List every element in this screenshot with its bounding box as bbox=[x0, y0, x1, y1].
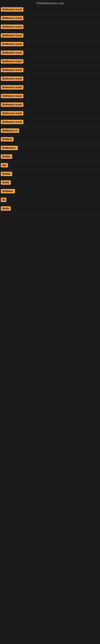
bottleneck-badge[interactable]: Bottleneck result bbox=[1, 50, 23, 55]
bottleneck-badge[interactable]: Bottleneck re bbox=[1, 128, 19, 133]
bottleneck-badge[interactable]: Bottleneck result bbox=[1, 24, 23, 29]
result-row: Bottlene bbox=[0, 136, 100, 144]
bottleneck-badge[interactable]: Bottleneck result bbox=[1, 16, 23, 20]
result-row: Bottleneck r bbox=[0, 144, 100, 153]
result-row: Bo bbox=[0, 196, 100, 205]
bottleneck-badge[interactable]: Bottleneck r bbox=[1, 146, 18, 150]
result-row: Bottleneck result bbox=[0, 58, 100, 66]
bottleneck-badge[interactable]: Bottleneck result bbox=[1, 102, 23, 107]
result-row: Bottleneck result bbox=[0, 92, 100, 101]
bottleneck-badge[interactable]: Bottleneck result bbox=[1, 33, 23, 38]
bottleneck-badge[interactable]: Bottleneck result bbox=[1, 94, 23, 98]
bottleneck-badge[interactable]: Bottleneck result bbox=[1, 120, 23, 124]
bottleneck-badge[interactable]: Bot bbox=[1, 163, 8, 168]
bottleneck-badge[interactable]: Bottleneck result bbox=[1, 7, 23, 12]
site-header: TheBottlenecker.com bbox=[0, 0, 100, 6]
result-row: Bottle bbox=[0, 179, 100, 187]
result-row: Bottleneck result bbox=[0, 49, 100, 58]
site-title: TheBottlenecker.com bbox=[36, 2, 64, 5]
bottleneck-badge[interactable]: Bottleneck result bbox=[1, 42, 23, 46]
result-row: Bot bbox=[0, 162, 100, 170]
result-row: Bottlen bbox=[0, 170, 100, 179]
result-row: Bottlen bbox=[0, 153, 100, 162]
result-row: Bottleneck result bbox=[0, 23, 100, 32]
result-row: Bottleneck re bbox=[0, 127, 100, 136]
result-row: Bottle bbox=[0, 205, 100, 213]
bottleneck-badge[interactable]: Bottleneck result bbox=[1, 68, 23, 72]
bottleneck-badge[interactable]: Bottleneck result bbox=[1, 76, 23, 81]
result-row: Bottleneck result bbox=[0, 32, 100, 40]
result-row: Bottleneck result bbox=[0, 110, 100, 118]
bottleneck-badge[interactable]: Bottle bbox=[1, 180, 11, 185]
bottleneck-badge[interactable]: Bottlenec bbox=[1, 189, 15, 194]
result-row: Bottleneck result bbox=[0, 84, 100, 92]
result-row: Bottleneck result bbox=[0, 40, 100, 49]
result-row: Bottleneck result bbox=[0, 6, 100, 14]
bottleneck-badge[interactable]: Bottlen bbox=[1, 172, 12, 176]
result-row: Bottleneck result bbox=[0, 101, 100, 110]
results-list: Bottleneck resultBottleneck resultBottle… bbox=[0, 6, 100, 213]
bottleneck-badge[interactable]: Bottleneck result bbox=[1, 85, 23, 90]
bottleneck-badge[interactable]: Bottleneck result bbox=[1, 59, 23, 64]
bottleneck-badge[interactable]: Bottle bbox=[1, 206, 11, 211]
bottleneck-badge[interactable]: Bo bbox=[1, 198, 6, 202]
bottleneck-badge[interactable]: Bottleneck result bbox=[1, 111, 23, 116]
result-row: Bottleneck result bbox=[0, 118, 100, 127]
bottleneck-badge[interactable]: Bottlene bbox=[1, 137, 14, 142]
result-row: Bottleneck result bbox=[0, 14, 100, 23]
result-row: Bottleneck result bbox=[0, 75, 100, 84]
bottleneck-badge[interactable]: Bottlen bbox=[1, 154, 12, 159]
result-row: Bottleneck result bbox=[0, 66, 100, 75]
result-row: Bottlenec bbox=[0, 187, 100, 196]
